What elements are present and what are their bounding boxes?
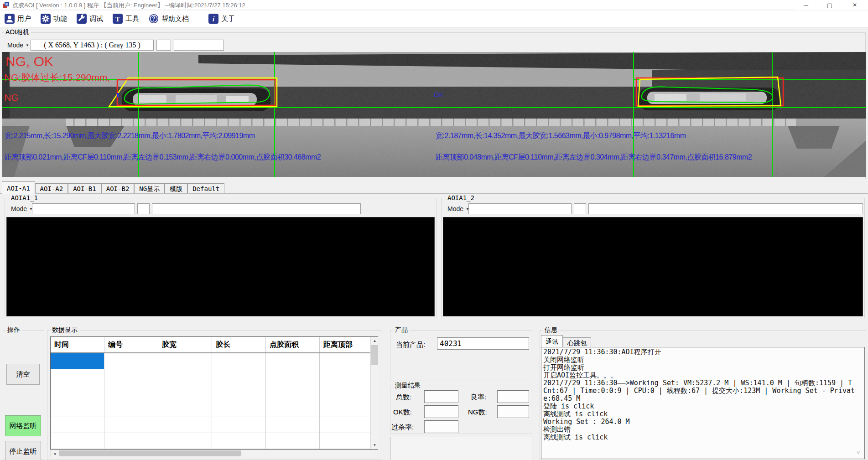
sub-panel-1-field-3[interactable]: [152, 203, 361, 214]
view-tab-aoi-a1[interactable]: AOI-A1: [2, 181, 35, 194]
user-icon: [5, 14, 15, 24]
app-icon: [2, 1, 10, 9]
table-cell[interactable]: [266, 369, 320, 385]
table-cell[interactable]: [266, 401, 320, 417]
table-cell[interactable]: [320, 369, 371, 385]
view-tab-aoi-a2[interactable]: AOI-A2: [35, 183, 68, 193]
vertical-scroll-thumb[interactable]: [371, 345, 378, 365]
table-cell[interactable]: [51, 369, 104, 385]
toolbar-item-help[interactable]: ?帮助文档: [147, 13, 191, 25]
toolbar-item-user[interactable]: 用户: [3, 13, 33, 25]
measure-value-overkill: [424, 420, 458, 433]
table-cell[interactable]: [51, 417, 104, 433]
table-vertical-scrollbar[interactable]: [370, 337, 378, 449]
camera-image-view[interactable]: NG, OK NG:胶体过长:15.290mm, NG OK 宽:2.215mm…: [2, 52, 866, 177]
result-text: NG, OK: [5, 54, 53, 69]
table-cell[interactable]: [212, 417, 266, 433]
sub-panel-2-mode-dropdown[interactable]: Mode ▼: [445, 203, 468, 214]
log-line: 2021/7/29 11:36:30——>Working Set: VM:523…: [543, 379, 857, 403]
application-window: 点胶AOI [ Version : 1.0.0.9 ] 程序 【当前用户: En…: [0, 0, 868, 460]
table-cell[interactable]: [51, 385, 104, 401]
toolbar-item-about[interactable]: i关于: [207, 13, 237, 25]
gear-icon: [41, 14, 51, 24]
table-row: [51, 369, 378, 385]
table-cell[interactable]: [320, 433, 371, 449]
table-cell[interactable]: [158, 401, 212, 417]
table-cell[interactable]: [158, 385, 212, 401]
maximize-button[interactable]: [818, 0, 841, 10]
stop-listen-button[interactable]: 停止监听: [5, 441, 41, 460]
measure-label-yield: 良率:: [471, 393, 486, 402]
close-button[interactable]: [842, 0, 868, 10]
table-cell[interactable]: [266, 417, 320, 433]
table-cell[interactable]: [104, 433, 158, 449]
scroll-left-icon[interactable]: [51, 450, 58, 458]
data-group-label: 数据显示: [50, 326, 79, 334]
table-horizontal-scrollbar[interactable]: [50, 450, 378, 457]
clear-button[interactable]: 清空: [6, 364, 40, 385]
current-product-input[interactable]: 40231: [437, 337, 529, 350]
table-cell[interactable]: [51, 401, 104, 417]
communication-log[interactable]: 2021/7/29 11:36:30:AOI程序打开关闭网络监听打开网络监听开启…: [541, 347, 865, 459]
table-cell[interactable]: [212, 353, 266, 369]
table-cell[interactable]: [104, 369, 158, 385]
log-line: Working Set : 264.0 M: [543, 418, 857, 426]
table-cell[interactable]: [320, 385, 371, 401]
table-cell[interactable]: [158, 369, 212, 385]
info-group-label: 信息: [543, 326, 559, 334]
table-cell[interactable]: [51, 433, 104, 449]
toolbar-item-debug[interactable]: 调试: [75, 13, 105, 25]
sub-panel-2-field-3[interactable]: [588, 203, 863, 214]
sub-panel-2-image-display: [443, 217, 863, 316]
table-cell[interactable]: [320, 353, 371, 369]
table-cell[interactable]: [158, 433, 212, 449]
table-cell[interactable]: [212, 433, 266, 449]
table-cell[interactable]: [104, 417, 158, 433]
table-header-row: 时间编号胶宽胶长点胶面积距离顶部: [51, 337, 378, 353]
camera-aux-field-1[interactable]: [156, 40, 171, 51]
table-cell[interactable]: [158, 353, 212, 369]
scroll-down-icon[interactable]: [371, 441, 379, 449]
measure-text-right-1: 宽:2.187mm,长:14.352mm,最大胶宽:1.5663mm,最小:0.…: [436, 132, 686, 140]
table-cell[interactable]: [212, 385, 266, 401]
toolbar-item-tools[interactable]: T工具: [111, 13, 141, 25]
table-cell[interactable]: [266, 385, 320, 401]
table-cell[interactable]: [320, 417, 371, 433]
toolbar-item-function[interactable]: 功能: [39, 13, 69, 25]
camera-mode-dropdown[interactable]: Mode ▼: [5, 40, 29, 51]
table-cell[interactable]: [51, 353, 104, 369]
table-cell[interactable]: [104, 353, 158, 369]
table-cell[interactable]: [158, 417, 212, 433]
table-cell[interactable]: [266, 353, 320, 369]
log-scroll-down-icon[interactable]: ˅: [857, 450, 860, 456]
scroll-up-icon[interactable]: [371, 337, 379, 345]
sub-panel-2-field-1[interactable]: [468, 203, 572, 214]
horizontal-scroll-thumb[interactable]: [59, 450, 241, 456]
table-cell[interactable]: [104, 401, 158, 417]
toolbar-item-label: 关于: [221, 15, 235, 23]
info-tab-heartbeat[interactable]: 心跳包: [563, 337, 591, 347]
table-cell[interactable]: [104, 385, 158, 401]
table-cell[interactable]: [266, 433, 320, 449]
table-cell[interactable]: [320, 401, 371, 417]
sub-panel-1-field-2[interactable]: [137, 203, 150, 214]
view-tab-ng-display[interactable]: NG显示: [134, 183, 165, 193]
sub-panel-1-field-1[interactable]: [32, 203, 135, 214]
table-cell[interactable]: [212, 369, 266, 385]
view-tab-aoi-b1[interactable]: AOI-B1: [68, 183, 101, 193]
sub-panel-2-field-2[interactable]: [574, 203, 586, 214]
info-tab-comm[interactable]: 通讯: [541, 335, 563, 347]
view-tab-default[interactable]: Default: [187, 183, 224, 193]
svg-text:?: ?: [152, 16, 155, 22]
view-tab-template[interactable]: 模版: [165, 183, 187, 193]
sub-panel-1-mode-dropdown[interactable]: Mode ▼: [8, 203, 31, 214]
minimize-button[interactable]: [795, 0, 817, 10]
network-listen-button[interactable]: 网络监听: [5, 415, 41, 436]
log-line: 离线测试 is click: [543, 434, 857, 441]
table-cell[interactable]: [212, 401, 266, 417]
view-tab-aoi-b2[interactable]: AOI-B2: [101, 183, 135, 193]
camera-aux-field-2[interactable]: [174, 40, 224, 51]
ok-label: OK: [434, 91, 444, 98]
sub-panel-1-image-display: [6, 217, 435, 316]
sub-panel-1-label: AOIA1_1: [9, 194, 40, 202]
